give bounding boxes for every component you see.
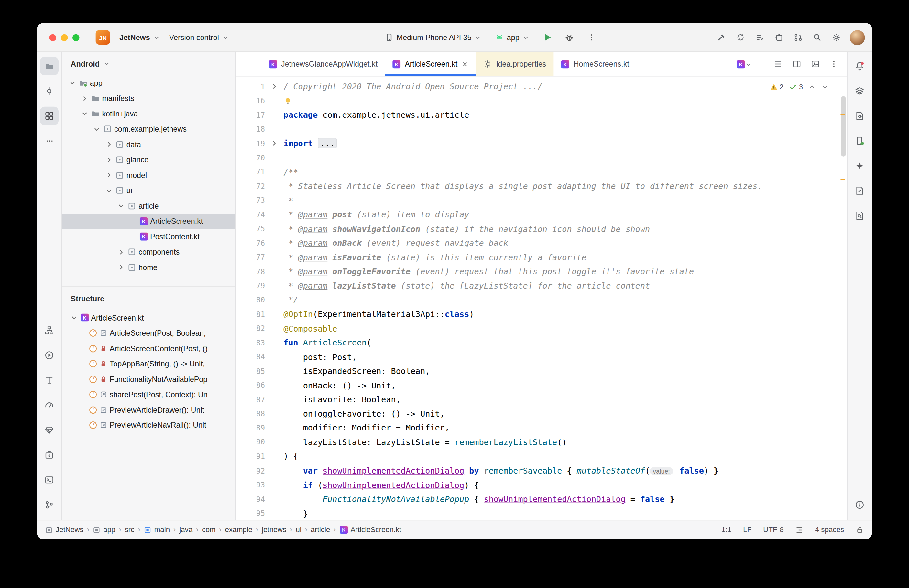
code-line-77[interactable]: 77 * @param isFavorite (state) is this i…	[236, 250, 847, 264]
more-run-actions-button[interactable]	[583, 29, 600, 46]
code-editor[interactable]: 1/ Copyright 2020 The Android Open Sourc…	[236, 77, 847, 520]
code-line-83[interactable]: 83fun ArticleScreen(	[236, 335, 847, 350]
chevron-down-icon[interactable]	[117, 202, 125, 210]
code-line-18[interactable]: 18	[236, 122, 847, 136]
code-line-16[interactable]: 16	[236, 94, 847, 108]
editor-list-button[interactable]	[769, 55, 787, 73]
code-line-94[interactable]: 94 FunctionalityNotAvailablePopup { show…	[236, 492, 847, 506]
project-item-model[interactable]: model	[62, 168, 236, 183]
line-separator-widget[interactable]: LF	[743, 526, 751, 534]
notifications-button[interactable]	[851, 57, 869, 75]
code-line-91[interactable]: 91) {	[236, 449, 847, 464]
chevron-down-icon[interactable]	[68, 79, 76, 87]
structure-item-previewarticlenavrail-unit[interactable]: fPreviewArticleNavRail(): Unit	[62, 418, 236, 433]
next-problem-button[interactable]	[821, 84, 828, 90]
run-tool-button[interactable]	[40, 346, 58, 365]
project-menu[interactable]: JetNews	[115, 30, 165, 45]
code-line-79[interactable]: 79 * @param lazyListState (state) the [L…	[236, 278, 847, 293]
breadcrumb-app[interactable]: app	[93, 526, 115, 534]
commit-tool-button[interactable]	[40, 82, 58, 100]
code-line-93[interactable]: 93 if (showUnimplementedActionDialog) {	[236, 478, 847, 492]
chevron-down-icon[interactable]	[70, 314, 78, 322]
folded-imports[interactable]: ...	[318, 138, 337, 149]
encoding-widget[interactable]: UTF-8	[763, 526, 783, 534]
code-line-89[interactable]: 89 modifier: Modifier = Modifier,	[236, 421, 847, 435]
chevron-right-icon[interactable]	[105, 156, 113, 164]
code-line-80[interactable]: 80 */	[236, 293, 847, 307]
settings-button[interactable]	[827, 29, 844, 46]
code-line-72[interactable]: 72 * Stateless Article Screen that displ…	[236, 179, 847, 193]
device-selector[interactable]: Medium Phone API 35	[380, 30, 486, 45]
sync-project-button[interactable]	[732, 29, 749, 46]
chevron-right-icon[interactable]	[81, 94, 89, 103]
app-insights-button[interactable]	[851, 181, 869, 200]
running-devices-button[interactable]	[851, 132, 869, 150]
hidden-tabs-dropdown[interactable]: K	[737, 60, 752, 68]
chevron-down-icon[interactable]	[105, 187, 113, 195]
fold-arrow-icon[interactable]	[270, 82, 278, 90]
code-line-90[interactable]: 90 lazyListState: LazyListState = rememb…	[236, 435, 847, 449]
project-item-article[interactable]: article	[62, 198, 236, 213]
code-line-1[interactable]: 1/ Copyright 2020 The Android Open Sourc…	[236, 79, 847, 94]
code-line-70[interactable]: 70	[236, 150, 847, 165]
run-configuration-selector[interactable]: app	[491, 30, 534, 45]
tab-homescreens-kt[interactable]: KHomeScreens.kt	[554, 52, 637, 76]
passed-checks-indicator[interactable]: 3	[789, 83, 802, 91]
code-line-88[interactable]: 88 onToggleFavorite: () -> Unit,	[236, 407, 847, 421]
version-control-button[interactable]	[40, 496, 58, 514]
chevron-right-icon[interactable]	[117, 263, 125, 271]
structure-item-sharepost-post-context-un[interactable]: fsharePost(Post, Context): Un	[62, 387, 236, 402]
code-line-82[interactable]: 82@Composable	[236, 321, 847, 335]
code-line-78[interactable]: 78 * @param onToggleFavorite (event) req…	[236, 264, 847, 278]
project-tool-button[interactable]	[40, 57, 58, 75]
tab-idea-properties[interactable]: idea.properties	[476, 52, 554, 76]
editor-scrollbar[interactable]	[841, 96, 846, 156]
profiler-button[interactable]	[40, 396, 58, 414]
project-item-home[interactable]: home	[62, 260, 236, 275]
tab-articlescreen-kt[interactable]: KArticleScreen.kt	[385, 52, 476, 76]
intention-bulb-icon[interactable]	[283, 97, 292, 105]
warnings-indicator[interactable]: 2	[770, 83, 783, 91]
project-item-postcontent-kt[interactable]: KPostContent.kt	[62, 229, 236, 244]
breadcrumb-main[interactable]: main	[144, 526, 170, 534]
breadcrumb-java[interactable]: java	[179, 526, 192, 534]
build-variants-button[interactable]	[40, 321, 58, 339]
project-item-app[interactable]: app	[62, 75, 236, 90]
tab-jetnewsglanceappwidget-kt[interactable]: KJetnewsGlanceAppWidget.kt	[262, 52, 385, 76]
chevron-right-icon[interactable]	[117, 248, 125, 256]
fold-arrow-icon[interactable]	[270, 139, 278, 147]
error-stripe[interactable]	[839, 77, 847, 520]
close-window-button[interactable]	[49, 34, 56, 41]
editor-options-button[interactable]	[825, 55, 842, 73]
breadcrumb-jetnews[interactable]: jetnews	[262, 526, 286, 534]
zoom-window-button[interactable]	[73, 34, 79, 41]
app-inspection-button[interactable]	[851, 206, 869, 225]
build-button[interactable]	[712, 29, 730, 46]
device-explorer-button[interactable]	[851, 107, 869, 125]
chevron-right-icon[interactable]	[105, 141, 113, 149]
gradle-button[interactable]	[851, 82, 869, 100]
project-view-selector[interactable]: Android	[62, 52, 236, 75]
run-button[interactable]	[539, 29, 556, 46]
code-line-87[interactable]: 87 isFavorite: Boolean,	[236, 393, 847, 407]
more-tool-windows-button[interactable]	[40, 132, 58, 150]
task-list-button[interactable]	[751, 29, 768, 46]
search-everywhere-button[interactable]	[808, 29, 825, 46]
project-item-glance[interactable]: glance	[62, 152, 236, 167]
code-review-button[interactable]	[789, 29, 806, 46]
debug-button[interactable]	[560, 29, 578, 46]
plugins-button[interactable]	[770, 29, 787, 46]
warning-stripe-mark[interactable]	[840, 179, 845, 180]
project-item-components[interactable]: components	[62, 244, 236, 259]
indent-style-button[interactable]	[796, 526, 804, 534]
device-manager-button[interactable]	[40, 446, 58, 464]
warning-stripe-mark[interactable]	[840, 113, 845, 115]
code-line-92[interactable]: 92 var showUnimplementedActionDialog by …	[236, 464, 847, 478]
structure-tool-button[interactable]	[40, 107, 58, 125]
breadcrumb-ui[interactable]: ui	[295, 526, 301, 534]
project-item-data[interactable]: data	[62, 137, 236, 152]
breadcrumb-com[interactable]: com	[202, 526, 215, 534]
breadcrumb-article[interactable]: article	[311, 526, 330, 534]
structure-root-articlescreen-kt[interactable]: KArticleScreen.kt	[62, 310, 236, 325]
minimize-window-button[interactable]	[61, 34, 68, 41]
